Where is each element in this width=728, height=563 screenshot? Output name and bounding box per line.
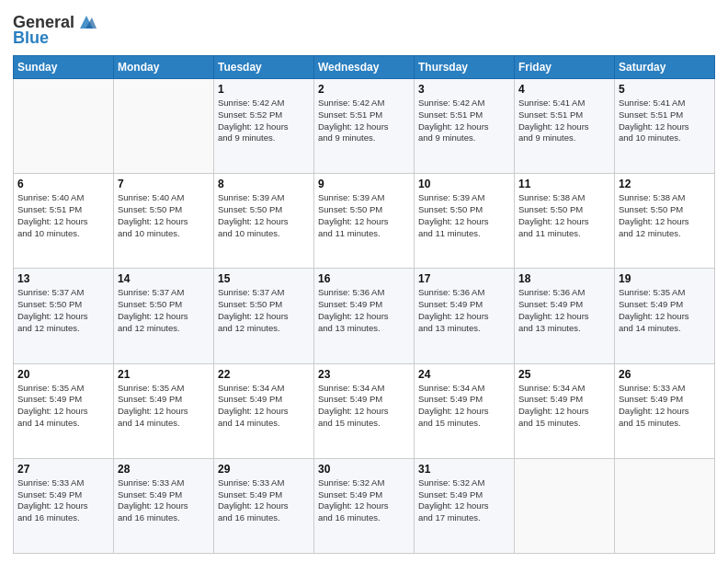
day-info: Sunrise: 5:37 AM Sunset: 5:50 PM Dayligh… bbox=[218, 287, 310, 334]
day-info: Sunrise: 5:34 AM Sunset: 5:49 PM Dayligh… bbox=[518, 383, 610, 430]
calendar-cell: 13Sunrise: 5:37 AM Sunset: 5:50 PM Dayli… bbox=[14, 269, 114, 363]
day-number: 30 bbox=[318, 463, 410, 476]
day-info: Sunrise: 5:39 AM Sunset: 5:50 PM Dayligh… bbox=[318, 192, 410, 239]
weekday-header: Saturday bbox=[615, 56, 715, 79]
day-number: 5 bbox=[619, 83, 711, 96]
calendar-cell: 17Sunrise: 5:36 AM Sunset: 5:49 PM Dayli… bbox=[415, 269, 515, 363]
day-info: Sunrise: 5:32 AM Sunset: 5:49 PM Dayligh… bbox=[418, 477, 510, 524]
day-number: 11 bbox=[518, 178, 610, 190]
day-info: Sunrise: 5:34 AM Sunset: 5:49 PM Dayligh… bbox=[218, 383, 310, 430]
day-number: 10 bbox=[418, 178, 510, 190]
calendar-cell: 7Sunrise: 5:40 AM Sunset: 5:50 PM Daylig… bbox=[114, 174, 214, 269]
day-number: 25 bbox=[518, 368, 610, 381]
day-number: 19 bbox=[619, 272, 711, 285]
day-number: 7 bbox=[118, 178, 210, 190]
weekday-header: Monday bbox=[114, 56, 214, 79]
day-info: Sunrise: 5:37 AM Sunset: 5:50 PM Dayligh… bbox=[17, 287, 109, 334]
logo: General Blue bbox=[13, 9, 97, 48]
calendar-header: SundayMondayTuesdayWednesdayThursdayFrid… bbox=[14, 56, 715, 79]
logo-icon bbox=[76, 12, 97, 32]
day-info: Sunrise: 5:38 AM Sunset: 5:50 PM Dayligh… bbox=[518, 192, 610, 239]
calendar-cell: 20Sunrise: 5:35 AM Sunset: 5:49 PM Dayli… bbox=[14, 363, 114, 458]
day-info: Sunrise: 5:36 AM Sunset: 5:49 PM Dayligh… bbox=[418, 287, 510, 334]
day-number: 21 bbox=[118, 368, 210, 381]
calendar-cell: 1Sunrise: 5:42 AM Sunset: 5:52 PM Daylig… bbox=[214, 79, 314, 174]
calendar-cell: 12Sunrise: 5:38 AM Sunset: 5:50 PM Dayli… bbox=[615, 174, 715, 269]
calendar-cell: 30Sunrise: 5:32 AM Sunset: 5:49 PM Dayli… bbox=[314, 458, 415, 553]
calendar-cell: 9Sunrise: 5:39 AM Sunset: 5:50 PM Daylig… bbox=[314, 174, 415, 269]
calendar-cell: 22Sunrise: 5:34 AM Sunset: 5:49 PM Dayli… bbox=[214, 363, 314, 458]
day-number: 29 bbox=[218, 463, 310, 476]
calendar-cell: 2Sunrise: 5:42 AM Sunset: 5:51 PM Daylig… bbox=[314, 79, 415, 174]
day-info: Sunrise: 5:35 AM Sunset: 5:49 PM Dayligh… bbox=[118, 383, 210, 430]
day-number: 16 bbox=[318, 272, 410, 285]
weekday-header: Wednesday bbox=[314, 56, 415, 79]
day-number: 15 bbox=[218, 272, 310, 285]
day-number: 28 bbox=[118, 463, 210, 476]
day-number: 20 bbox=[17, 368, 109, 381]
calendar-cell bbox=[14, 79, 114, 174]
calendar-cell: 3Sunrise: 5:42 AM Sunset: 5:51 PM Daylig… bbox=[415, 79, 515, 174]
calendar-cell: 19Sunrise: 5:35 AM Sunset: 5:49 PM Dayli… bbox=[615, 269, 715, 363]
day-info: Sunrise: 5:36 AM Sunset: 5:49 PM Dayligh… bbox=[318, 287, 410, 334]
calendar-cell: 5Sunrise: 5:41 AM Sunset: 5:51 PM Daylig… bbox=[615, 79, 715, 174]
day-info: Sunrise: 5:33 AM Sunset: 5:49 PM Dayligh… bbox=[619, 383, 711, 430]
day-number: 3 bbox=[418, 83, 510, 96]
day-info: Sunrise: 5:35 AM Sunset: 5:49 PM Dayligh… bbox=[17, 383, 109, 430]
calendar-cell: 8Sunrise: 5:39 AM Sunset: 5:50 PM Daylig… bbox=[214, 174, 314, 269]
weekday-header: Tuesday bbox=[214, 56, 314, 79]
day-info: Sunrise: 5:39 AM Sunset: 5:50 PM Dayligh… bbox=[418, 192, 510, 239]
day-info: Sunrise: 5:33 AM Sunset: 5:49 PM Dayligh… bbox=[218, 477, 310, 524]
page-header: General Blue bbox=[13, 9, 715, 48]
day-info: Sunrise: 5:39 AM Sunset: 5:50 PM Dayligh… bbox=[218, 192, 310, 239]
calendar-cell: 15Sunrise: 5:37 AM Sunset: 5:50 PM Dayli… bbox=[214, 269, 314, 363]
day-number: 27 bbox=[17, 463, 109, 476]
day-info: Sunrise: 5:33 AM Sunset: 5:49 PM Dayligh… bbox=[17, 477, 109, 524]
day-info: Sunrise: 5:34 AM Sunset: 5:49 PM Dayligh… bbox=[418, 383, 510, 430]
day-info: Sunrise: 5:42 AM Sunset: 5:52 PM Dayligh… bbox=[218, 98, 310, 144]
calendar-table: SundayMondayTuesdayWednesdayThursdayFrid… bbox=[13, 55, 715, 554]
day-info: Sunrise: 5:41 AM Sunset: 5:51 PM Dayligh… bbox=[518, 98, 610, 144]
calendar-cell: 6Sunrise: 5:40 AM Sunset: 5:51 PM Daylig… bbox=[14, 174, 114, 269]
day-number: 2 bbox=[318, 83, 410, 96]
day-number: 31 bbox=[418, 463, 510, 476]
calendar-cell: 18Sunrise: 5:36 AM Sunset: 5:49 PM Dayli… bbox=[515, 269, 615, 363]
calendar-cell: 23Sunrise: 5:34 AM Sunset: 5:49 PM Dayli… bbox=[314, 363, 415, 458]
day-number: 22 bbox=[218, 368, 310, 381]
day-info: Sunrise: 5:42 AM Sunset: 5:51 PM Dayligh… bbox=[418, 98, 510, 144]
weekday-header: Thursday bbox=[415, 56, 515, 79]
day-number: 8 bbox=[218, 178, 310, 190]
calendar-cell: 29Sunrise: 5:33 AM Sunset: 5:49 PM Dayli… bbox=[214, 458, 314, 553]
day-info: Sunrise: 5:41 AM Sunset: 5:51 PM Dayligh… bbox=[619, 98, 711, 144]
day-info: Sunrise: 5:33 AM Sunset: 5:49 PM Dayligh… bbox=[118, 477, 210, 524]
day-number: 14 bbox=[118, 272, 210, 285]
day-number: 9 bbox=[318, 178, 410, 190]
day-number: 18 bbox=[518, 272, 610, 285]
calendar-cell bbox=[515, 458, 615, 553]
calendar-cell: 31Sunrise: 5:32 AM Sunset: 5:49 PM Dayli… bbox=[415, 458, 515, 553]
calendar-cell: 11Sunrise: 5:38 AM Sunset: 5:50 PM Dayli… bbox=[515, 174, 615, 269]
day-info: Sunrise: 5:37 AM Sunset: 5:50 PM Dayligh… bbox=[118, 287, 210, 334]
day-info: Sunrise: 5:35 AM Sunset: 5:49 PM Dayligh… bbox=[619, 287, 711, 334]
calendar-cell: 10Sunrise: 5:39 AM Sunset: 5:50 PM Dayli… bbox=[415, 174, 515, 269]
day-number: 4 bbox=[518, 83, 610, 96]
day-number: 26 bbox=[619, 368, 711, 381]
day-number: 1 bbox=[218, 83, 310, 96]
day-number: 13 bbox=[17, 272, 109, 285]
calendar-cell: 4Sunrise: 5:41 AM Sunset: 5:51 PM Daylig… bbox=[515, 79, 615, 174]
weekday-header: Sunday bbox=[14, 56, 114, 79]
calendar-cell: 16Sunrise: 5:36 AM Sunset: 5:49 PM Dayli… bbox=[314, 269, 415, 363]
calendar-cell bbox=[615, 458, 715, 553]
day-number: 23 bbox=[318, 368, 410, 381]
calendar-cell: 21Sunrise: 5:35 AM Sunset: 5:49 PM Dayli… bbox=[114, 363, 214, 458]
day-info: Sunrise: 5:36 AM Sunset: 5:49 PM Dayligh… bbox=[518, 287, 610, 334]
day-info: Sunrise: 5:40 AM Sunset: 5:51 PM Dayligh… bbox=[17, 192, 109, 239]
calendar-cell: 14Sunrise: 5:37 AM Sunset: 5:50 PM Dayli… bbox=[114, 269, 214, 363]
day-info: Sunrise: 5:42 AM Sunset: 5:51 PM Dayligh… bbox=[318, 98, 410, 144]
weekday-header: Friday bbox=[515, 56, 615, 79]
calendar-cell: 25Sunrise: 5:34 AM Sunset: 5:49 PM Dayli… bbox=[515, 363, 615, 458]
calendar-cell: 24Sunrise: 5:34 AM Sunset: 5:49 PM Dayli… bbox=[415, 363, 515, 458]
calendar-cell: 26Sunrise: 5:33 AM Sunset: 5:49 PM Dayli… bbox=[615, 363, 715, 458]
day-info: Sunrise: 5:38 AM Sunset: 5:50 PM Dayligh… bbox=[619, 192, 711, 239]
day-number: 17 bbox=[418, 272, 510, 285]
